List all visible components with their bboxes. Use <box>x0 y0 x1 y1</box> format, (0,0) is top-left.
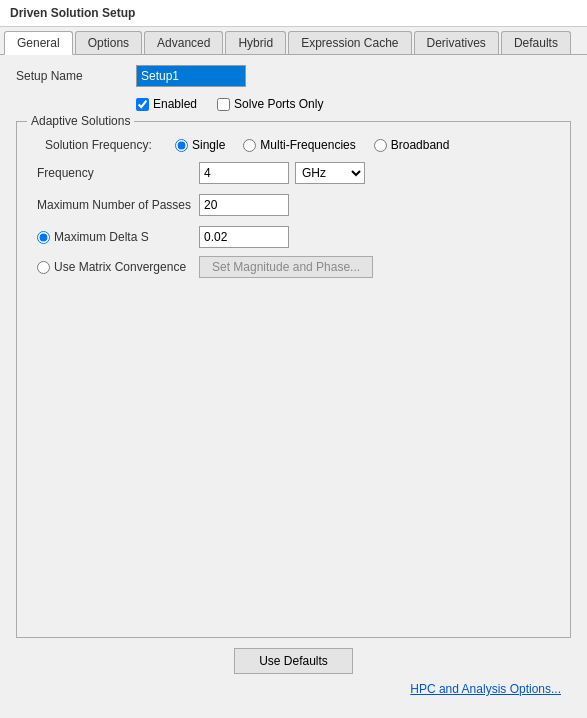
matrix-convergence-radio[interactable] <box>37 261 50 274</box>
tab-derivatives[interactable]: Derivatives <box>414 31 499 54</box>
hpc-link[interactable]: HPC and Analysis Options... <box>410 682 561 696</box>
title-bar: Driven Solution Setup <box>0 0 587 27</box>
max-passes-label: Maximum Number of Passes <box>29 198 199 212</box>
solve-ports-checkbox-item: Solve Ports Only <box>217 97 323 111</box>
use-defaults-button[interactable]: Use Defaults <box>234 648 353 674</box>
tab-options[interactable]: Options <box>75 31 142 54</box>
multi-freq-radio[interactable] <box>243 139 256 152</box>
frequency-row: Frequency GHz MHz kHz Hz <box>29 162 558 184</box>
enabled-checkbox[interactable] <box>136 98 149 111</box>
enabled-checkbox-item: Enabled <box>136 97 197 111</box>
single-label: Single <box>192 138 225 152</box>
single-radio-item: Single <box>175 138 225 152</box>
max-delta-s-input[interactable] <box>199 226 289 248</box>
solve-ports-label: Solve Ports Only <box>234 97 323 111</box>
enabled-label: Enabled <box>153 97 197 111</box>
setup-name-row: Setup Name <box>16 65 571 87</box>
multi-freq-radio-item: Multi-Frequencies <box>243 138 355 152</box>
max-delta-s-row: Maximum Delta S <box>29 226 558 248</box>
broadband-radio-item: Broadband <box>374 138 450 152</box>
matrix-convergence-row: Use Matrix Convergence Set Magnitude and… <box>29 256 558 278</box>
tab-hybrid[interactable]: Hybrid <box>225 31 286 54</box>
setup-name-label: Setup Name <box>16 69 136 83</box>
broadband-radio[interactable] <box>374 139 387 152</box>
tab-expression-cache[interactable]: Expression Cache <box>288 31 411 54</box>
setup-name-input[interactable] <box>136 65 246 87</box>
multi-freq-label: Multi-Frequencies <box>260 138 355 152</box>
group-inner: Solution Frequency: Single Multi-Frequen… <box>29 138 558 278</box>
frequency-label: Frequency <box>29 166 199 180</box>
frequency-input[interactable] <box>199 162 289 184</box>
solve-ports-checkbox[interactable] <box>217 98 230 111</box>
tab-bar: General Options Advanced Hybrid Expressi… <box>0 27 587 55</box>
broadband-label: Broadband <box>391 138 450 152</box>
max-passes-input[interactable] <box>199 194 289 216</box>
use-matrix-label: Use Matrix Convergence <box>54 260 186 274</box>
max-delta-s-radio-label: Maximum Delta S <box>37 230 199 244</box>
max-delta-s-radio[interactable] <box>37 231 50 244</box>
checkbox-row: Enabled Solve Ports Only <box>136 97 571 111</box>
set-magnitude-button[interactable]: Set Magnitude and Phase... <box>199 256 373 278</box>
tab-defaults[interactable]: Defaults <box>501 31 571 54</box>
frequency-unit-select[interactable]: GHz MHz kHz Hz <box>295 162 365 184</box>
solution-freq-label: Solution Frequency: <box>37 138 157 152</box>
solution-frequency-row: Solution Frequency: Single Multi-Frequen… <box>37 138 558 152</box>
max-passes-row: Maximum Number of Passes <box>29 194 558 216</box>
bottom-bar: Use Defaults HPC and Analysis Options... <box>16 648 571 700</box>
adaptive-solutions-group: Adaptive Solutions Solution Frequency: S… <box>16 121 571 638</box>
matrix-radio-label: Use Matrix Convergence <box>37 260 199 274</box>
max-delta-s-label: Maximum Delta S <box>54 230 149 244</box>
main-content: Setup Name Enabled Solve Ports Only Adap… <box>0 55 587 710</box>
single-radio[interactable] <box>175 139 188 152</box>
window-title: Driven Solution Setup <box>10 6 135 20</box>
tab-general[interactable]: General <box>4 31 73 55</box>
tab-advanced[interactable]: Advanced <box>144 31 223 54</box>
group-title: Adaptive Solutions <box>27 114 134 128</box>
